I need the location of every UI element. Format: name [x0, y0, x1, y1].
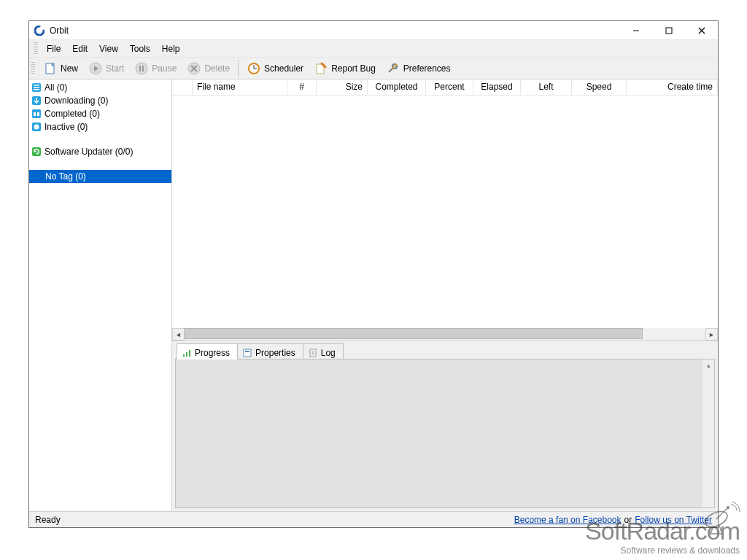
download-icon [31, 95, 42, 106]
tab-log[interactable]: Log [303, 343, 344, 359]
maximize-button[interactable] [652, 22, 685, 39]
toolbar-grip [31, 62, 35, 75]
menu-help[interactable]: Help [156, 41, 186, 57]
svg-rect-31 [244, 349, 251, 357]
tab-properties-label: Properties [255, 348, 295, 358]
listview-body[interactable] [172, 96, 718, 328]
tabstrip: Progress Properties Log [172, 341, 718, 359]
horizontal-scrollbar[interactable]: ◄ ► [172, 328, 718, 341]
svg-rect-1 [666, 28, 672, 34]
bug-icon [314, 61, 328, 76]
window-title: Orbit [50, 26, 69, 36]
scroll-right-arrow[interactable]: ► [705, 328, 718, 341]
sidebar-item-notag[interactable]: No Tag (0) [29, 170, 171, 183]
detail-panel: Progress Properties Log ▴ [172, 341, 718, 511]
menu-tools[interactable]: Tools [124, 41, 156, 57]
scroll-track[interactable] [185, 328, 705, 341]
col-left[interactable]: Left [521, 79, 572, 95]
new-button[interactable]: New [38, 59, 83, 78]
sidebar-gap [29, 133, 171, 145]
svg-rect-18 [34, 85, 39, 86]
menubar: File Edit View Tools Help [29, 40, 718, 58]
scroll-thumb[interactable] [185, 328, 643, 339]
start-label: Start [106, 63, 124, 74]
inactive-icon [31, 121, 42, 133]
sidebar-item-all[interactable]: All (0) [29, 81, 171, 94]
col-size[interactable]: Size [317, 79, 368, 95]
listview-header: File name # Size Completed Percent Elaps… [172, 79, 718, 96]
clock-icon [247, 61, 261, 76]
col-filename[interactable]: File name [193, 79, 287, 95]
scroll-left-arrow[interactable]: ◄ [172, 328, 185, 341]
new-label: New [61, 63, 78, 74]
tab-progress-label: Progress [195, 348, 230, 358]
svg-point-39 [727, 506, 729, 509]
status-text: Ready [35, 515, 61, 525]
sidebar-item-downloading[interactable]: Downloading (0) [29, 94, 171, 107]
svg-rect-32 [245, 351, 249, 352]
sidebar-gap2 [29, 158, 171, 170]
col-blank[interactable] [172, 79, 193, 95]
pause-label: Pause [152, 63, 177, 74]
preferences-button[interactable]: Preferences [381, 59, 456, 78]
sidebar-item-updater[interactable]: Software Updater (0/0) [29, 145, 171, 158]
sidebar: All (0) Downloading (0) Completed (0) In… [29, 79, 172, 511]
sidebar-all-label: All (0) [44, 82, 67, 93]
progress-icon [182, 348, 192, 358]
tab-properties[interactable]: Properties [237, 343, 303, 359]
col-completed[interactable]: Completed [368, 79, 426, 95]
svg-rect-22 [32, 109, 41, 118]
main: File name # Size Completed Percent Elaps… [172, 79, 718, 511]
statusbar: Ready Become a fan on Facebook or Follow… [29, 511, 718, 527]
preferences-icon [386, 61, 400, 76]
app-window: Orbit File Edit View Tools Help New Star… [28, 20, 719, 528]
menu-edit[interactable]: Edit [66, 41, 93, 57]
facebook-link[interactable]: Become a fan on Facebook [514, 515, 622, 525]
sidebar-downloading-label: Downloading (0) [44, 96, 108, 106]
col-hash[interactable]: # [287, 79, 317, 95]
svg-rect-19 [34, 87, 39, 88]
delete-button[interactable]: Delete [182, 59, 235, 78]
close-button[interactable] [685, 22, 718, 39]
preferences-label: Preferences [403, 63, 451, 74]
col-elapsed[interactable]: Elapsed [473, 79, 521, 95]
vertical-scrollbar[interactable]: ▴ [703, 359, 714, 508]
scroll-up-arrow[interactable]: ▴ [703, 359, 714, 371]
menu-view[interactable]: View [93, 41, 124, 57]
report-bug-button[interactable]: Report Bug [309, 59, 381, 78]
tab-progress[interactable]: Progress [177, 343, 238, 359]
sidebar-notag-label: No Tag (0) [45, 171, 86, 182]
col-percent[interactable]: Percent [426, 79, 473, 95]
report-bug-label: Report Bug [331, 63, 376, 74]
svg-rect-29 [186, 352, 187, 357]
col-speed[interactable]: Speed [572, 79, 627, 95]
listview: File name # Size Completed Percent Elaps… [172, 79, 718, 341]
tab-log-label: Log [321, 348, 336, 358]
toolbar-separator [238, 60, 239, 77]
menubar-grip [34, 42, 38, 55]
sidebar-item-completed[interactable]: Completed (0) [29, 107, 171, 120]
menu-file[interactable]: File [41, 41, 66, 57]
sidebar-item-inactive[interactable]: Inactive (0) [29, 120, 171, 133]
twitter-link[interactable]: Follow us on Twitter [635, 515, 712, 525]
delete-label: Delete [204, 63, 230, 74]
titlebar: Orbit [29, 21, 718, 40]
sidebar-completed-label: Completed (0) [44, 109, 100, 119]
svg-rect-8 [142, 66, 144, 71]
scheduler-button[interactable]: Scheduler [241, 59, 309, 78]
play-icon [88, 61, 103, 76]
scheduler-label: Scheduler [264, 63, 303, 74]
delete-icon [187, 61, 201, 76]
start-button[interactable]: Start [83, 59, 129, 78]
col-createtime[interactable]: Create time [627, 79, 718, 95]
svg-rect-23 [34, 112, 36, 116]
list-icon [31, 82, 42, 93]
log-icon [308, 348, 318, 358]
svg-rect-28 [183, 354, 185, 357]
status-or: or [624, 515, 632, 525]
pause-button[interactable]: Pause [129, 59, 182, 78]
svg-rect-30 [189, 350, 190, 357]
minimize-button[interactable] [619, 22, 652, 39]
new-file-icon [43, 61, 58, 76]
properties-icon [242, 348, 252, 358]
